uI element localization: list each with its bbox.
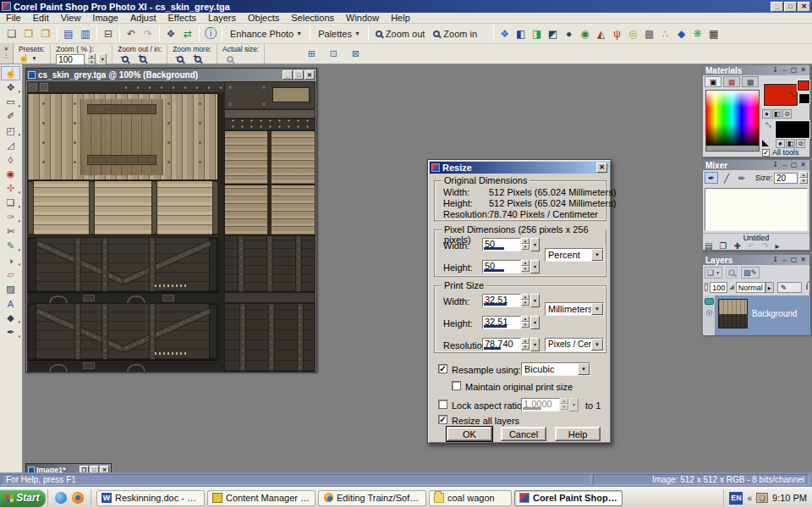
close-icon[interactable]: ✕: [799, 161, 807, 169]
info-icon[interactable]: ⓘ: [202, 25, 219, 42]
language-indicator[interactable]: EN: [729, 492, 743, 505]
spin-up-icon[interactable]: ▴: [521, 294, 529, 300]
background-color-mini-swatch[interactable]: [799, 94, 809, 103]
save-icon[interactable]: ▤: [60, 25, 77, 42]
maximize-icon[interactable]: ▢: [790, 66, 798, 75]
menu-file[interactable]: File: [0, 13, 27, 23]
tool-straighten[interactable]: ◿: [1, 138, 20, 152]
mixer-open-icon[interactable]: ❒: [719, 241, 727, 251]
spin-down-icon[interactable]: ▾: [521, 244, 529, 250]
tool-preset-shape[interactable]: ◆: [1, 311, 20, 325]
menu-view[interactable]: View: [55, 13, 87, 23]
fit-window-to-image-icon[interactable]: ⊡: [326, 47, 341, 60]
chevron-down-icon[interactable]: ▼: [591, 339, 603, 351]
gradient-style-icon[interactable]: ◧: [772, 109, 782, 119]
effect-icon[interactable]: ψ: [609, 25, 625, 41]
gradient-style-icon[interactable]: ◧: [786, 139, 795, 148]
tool-pen[interactable]: ✒: [1, 325, 20, 340]
swap-colors-icon[interactable]: ⤡: [789, 91, 794, 99]
blend-mode-combobox[interactable]: Normal▶: [736, 282, 765, 293]
full-screen-preview-icon[interactable]: ⊠: [348, 47, 363, 60]
spin-down-icon[interactable]: ▾: [521, 322, 529, 328]
pin-icon[interactable]: ↧: [771, 66, 779, 75]
print-icon[interactable]: ⊟: [100, 25, 117, 42]
spin-down-icon[interactable]: ▾: [521, 266, 529, 272]
tool-move[interactable]: ✥: [1, 80, 20, 95]
taskbar-task-content-manager[interactable]: Content Manager Plus: [207, 490, 315, 506]
slider-popup-icon[interactable]: ▾: [530, 294, 540, 307]
background-swatch[interactable]: [776, 121, 809, 138]
maximize-icon[interactable]: ▢: [790, 161, 798, 169]
tool-pan[interactable]: ☝: [1, 66, 20, 80]
help-button[interactable]: Help: [555, 427, 601, 441]
image-window-titlebar[interactable]: cs_skin_grey.tga @ 100% (Background) _ □…: [26, 69, 316, 80]
all-tools-checkbox[interactable]: ✓: [762, 149, 770, 157]
zoom-out-icon[interactable]: -: [118, 53, 133, 65]
save-as-icon[interactable]: ▥: [77, 25, 94, 42]
effect-icon[interactable]: ∴: [657, 25, 673, 41]
spin-up-icon[interactable]: ▴: [521, 316, 529, 322]
close-icon[interactable]: ✕: [798, 2, 810, 12]
chevron-down-icon[interactable]: ▶: [765, 282, 774, 293]
mixer-canvas[interactable]: [705, 188, 808, 231]
close-icon[interactable]: ✕: [799, 66, 807, 75]
rainbow-tab-icon[interactable]: ▦: [723, 76, 740, 87]
spin-up-icon[interactable]: ▴: [521, 238, 529, 244]
visibility-eye-icon[interactable]: ☉: [705, 310, 712, 317]
minimize-icon[interactable]: –: [781, 66, 788, 75]
effect-icon[interactable]: ▦: [705, 25, 721, 41]
resolution-unit-combobox[interactable]: Pixels / Centimeter▼: [545, 338, 604, 351]
mixer-new-page-icon[interactable]: ▤: [705, 241, 712, 251]
link-set-button[interactable]: ✎ None: [777, 282, 803, 293]
rainbow-picker[interactable]: [705, 90, 760, 152]
mixer-tube-icon[interactable]: ✏: [735, 172, 749, 184]
zoom-percent-input[interactable]: [56, 54, 85, 65]
menu-help[interactable]: Help: [385, 13, 416, 23]
swatches-tab-icon[interactable]: ▩: [742, 76, 759, 87]
tray-expand-icon[interactable]: «: [747, 494, 752, 503]
new-window-icon[interactable]: ❖: [162, 25, 179, 42]
messenger-icon[interactable]: [55, 492, 67, 504]
lock-aspect-ratio-checkbox[interactable]: [438, 400, 447, 409]
menu-effects[interactable]: Effects: [162, 13, 202, 23]
mixer-size-input[interactable]: [774, 173, 798, 184]
effect-icon[interactable]: ◧: [513, 25, 529, 41]
chevron-down-icon[interactable]: ▼: [591, 303, 603, 315]
frame-tab-icon[interactable]: ▣: [705, 76, 721, 87]
mixer-titlebar[interactable]: Mixer ↧ – ▢ ✕: [703, 160, 809, 170]
effect-icon[interactable]: ◉: [577, 25, 593, 41]
tool-dropper[interactable]: ✐: [1, 109, 20, 124]
menu-edit[interactable]: Edit: [27, 13, 55, 23]
slider-popup-icon[interactable]: ▾: [530, 316, 540, 329]
pin-icon[interactable]: ↧: [771, 161, 779, 169]
browse-icon[interactable]: ❐: [37, 25, 54, 42]
foreground-background-toggle-icon[interactable]: [762, 140, 769, 146]
spin-up-icon[interactable]: ▴: [799, 172, 808, 178]
resize-all-layers-checkbox[interactable]: ✓: [438, 415, 447, 424]
zoom-more-out-icon[interactable]: -: [173, 53, 188, 65]
mixer-brush-icon[interactable]: ✒: [705, 172, 718, 184]
resize-dialog-titlebar[interactable]: Resize ✕: [430, 162, 609, 174]
transparent-style-icon[interactable]: ⊘: [782, 109, 792, 119]
menu-adjust[interactable]: Adjust: [124, 13, 162, 23]
open-icon[interactable]: ❒: [20, 25, 37, 42]
color-style-icon[interactable]: ●: [776, 139, 785, 148]
mixer-knife-icon[interactable]: ╱: [720, 172, 733, 184]
start-button[interactable]: Start: [0, 489, 46, 507]
close-icon[interactable]: ✕: [304, 70, 315, 80]
new-icon[interactable]: ❏: [3, 25, 20, 42]
menu-window[interactable]: Window: [340, 13, 385, 23]
effect-icon[interactable]: ◨: [529, 25, 545, 41]
slider-popup-icon[interactable]: ▾: [530, 260, 540, 273]
menu-layers[interactable]: Layers: [202, 13, 242, 23]
slider-popup-icon[interactable]: ▾: [530, 338, 540, 351]
spin-up-icon[interactable]: ▴: [521, 260, 529, 266]
cancel-button[interactable]: Cancel: [501, 427, 546, 441]
presets-hand-icon[interactable]: ☝: [19, 53, 29, 63]
zoom-more-in-icon[interactable]: +: [190, 53, 206, 65]
spin-down-icon[interactable]: ▾: [521, 344, 529, 350]
maximize-icon[interactable]: □: [784, 2, 797, 12]
layer-opacity-value[interactable]: 100: [710, 282, 727, 293]
chevron-down-icon[interactable]: ▼: [591, 249, 603, 261]
send-icon[interactable]: ⇄: [179, 25, 196, 42]
